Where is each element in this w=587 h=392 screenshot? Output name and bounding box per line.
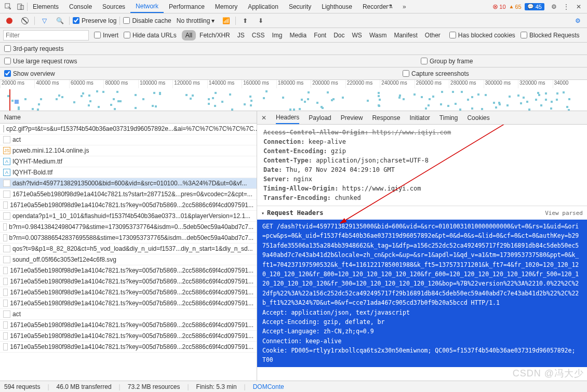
- response-header-line: Date: Thu, 07 Nov 2024 04:29:10 GMT: [263, 165, 581, 174]
- filter-bar: Invert Hide data URLs AllFetch/XHRJSCSSI…: [0, 28, 587, 43]
- group-by-frame-checkbox[interactable]: Group by frame: [421, 58, 473, 65]
- filter-input[interactable]: [3, 30, 89, 40]
- file-icon: A: [3, 169, 10, 176]
- throttling-select[interactable]: No throttling ▾: [175, 16, 217, 25]
- inspect-icon[interactable]: [2, 1, 15, 13]
- search-icon[interactable]: 🔍: [54, 15, 66, 27]
- request-row[interactable]: act: [0, 134, 257, 145]
- detail-tab-preview[interactable]: Preview: [341, 111, 363, 124]
- type-pill-img[interactable]: Img: [268, 30, 286, 40]
- capture-screenshots-checkbox[interactable]: Capture screenshots: [403, 70, 469, 77]
- request-row[interactable]: b?rn=0.0073886542837695588&stime=1730953…: [0, 233, 257, 244]
- settings-icon[interactable]: ⚙: [548, 1, 560, 13]
- third-party-checkbox[interactable]: 3rd-party requests: [4, 45, 63, 52]
- request-row[interactable]: JSpcweb.mini.12.104.online.js: [0, 145, 257, 156]
- warning-badge[interactable]: 65: [509, 4, 522, 10]
- file-icon: [3, 212, 10, 220]
- preserve-log-checkbox[interactable]: Preserve log: [73, 17, 116, 24]
- request-row[interactable]: AIQYHT-Medium.ttf: [0, 156, 257, 167]
- type-pill-wasm[interactable]: Wasm: [366, 30, 391, 40]
- tab-performance[interactable]: Performance: [164, 0, 210, 13]
- request-row[interactable]: 1671e0a55eb1980f98d9e1a4104c7821.ts?star…: [0, 189, 257, 200]
- disable-cache-checkbox[interactable]: Disable cache: [123, 17, 171, 24]
- issue-badges[interactable]: 10 65 45: [492, 3, 544, 10]
- request-row[interactable]: 1671e0a55eb1980f98d9e1a4104c7821.ts?key=…: [0, 298, 257, 309]
- request-row[interactable]: sound_off.05f66c3053ef12e4c6f8.svg: [0, 254, 257, 265]
- tab-memory[interactable]: Memory: [210, 0, 243, 13]
- request-row[interactable]: 1671e0a55eb1980f98d9e1a4104c7821.ts?key=…: [0, 342, 257, 353]
- network-conditions-icon[interactable]: 📶: [220, 15, 232, 27]
- request-row[interactable]: cp2.gif?p=t&t=s&u=f1537f4b540b36ae037319…: [0, 124, 257, 134]
- raw-request-text[interactable]: GET /dash?tvid=4597713829135000&bid=600&…: [257, 220, 587, 367]
- tab-network[interactable]: Network: [130, 0, 164, 13]
- request-name: act: [12, 310, 21, 318]
- type-pill-manifest[interactable]: Manifest: [390, 30, 421, 40]
- view-parsed-link[interactable]: View parsed: [545, 210, 583, 217]
- blocked-requests-checkbox[interactable]: Blocked Requests: [521, 32, 580, 39]
- request-row[interactable]: 1671e0a55eb1980f98d9e1a4104c7821.ts?key=…: [0, 287, 257, 298]
- request-name: cp2.gif?p=t&t=s&u=f1537f4b540b36ae037319…: [6, 125, 257, 132]
- type-pill-doc[interactable]: Doc: [330, 30, 348, 40]
- type-pill-other[interactable]: Other: [421, 30, 444, 40]
- tab-security[interactable]: Security: [284, 0, 316, 13]
- request-row[interactable]: 1671e0a55eb1980f98d9e1a4104c7821.ts?key=…: [0, 265, 257, 276]
- has-blocked-cookies-checkbox[interactable]: Has blocked cookies: [449, 32, 515, 39]
- type-pill-all[interactable]: All: [182, 30, 196, 40]
- list-header-name[interactable]: Name: [0, 111, 257, 124]
- request-row[interactable]: 1671e0a55eb1980f98d9e1a4104c7821.ts?key=…: [0, 200, 257, 211]
- export-icon[interactable]: ⬇: [255, 15, 267, 27]
- close-detail-icon[interactable]: ✕: [259, 114, 269, 121]
- detail-body[interactable]: Access-Control-Allow-Origin: https://www…: [257, 125, 587, 381]
- status-requests: 594 requests: [4, 383, 40, 390]
- tab-application[interactable]: Application: [243, 0, 284, 13]
- request-name: 1671e0a55eb1980f98d9e1a4104c7821.ts?key=…: [10, 278, 254, 285]
- record-icon[interactable]: [3, 15, 16, 27]
- tab-recorder[interactable]: Recorder ⚗: [357, 0, 398, 13]
- file-icon: [3, 310, 10, 318]
- hide-data-urls-checkbox[interactable]: Hide data URLs: [124, 32, 177, 39]
- request-row[interactable]: 1671e0a55eb1980f98d9e1a4104c7821.ts?key=…: [0, 331, 257, 342]
- message-badge[interactable]: 45: [525, 3, 544, 10]
- tab-sources[interactable]: Sources: [97, 0, 130, 13]
- filter-toggle-icon[interactable]: ▽: [38, 15, 50, 27]
- request-row[interactable]: b?rn=0.9841384249804779&stime=1730953737…: [0, 222, 257, 233]
- request-row[interactable]: act: [0, 309, 257, 320]
- more-tabs-icon[interactable]: »: [398, 1, 410, 13]
- large-rows-checkbox[interactable]: Use large request rows: [4, 58, 77, 65]
- detail-tab-response[interactable]: Response: [372, 111, 400, 124]
- error-badge[interactable]: 10: [492, 3, 505, 10]
- request-name: qos?t=9&p1=8_82_820&ct=h5_vod_load&diy_n…: [12, 245, 253, 252]
- timeline-overview[interactable]: 20000 ms40000 ms60000 ms80000 ms100000 m…: [0, 80, 587, 111]
- show-overview-checkbox[interactable]: Show overview: [4, 70, 55, 77]
- detail-tab-timing[interactable]: Timing: [439, 111, 458, 124]
- tab-lighthouse[interactable]: Lighthouse: [316, 0, 357, 13]
- detail-tab-headers[interactable]: Headers: [276, 111, 299, 124]
- tab-console[interactable]: Console: [64, 0, 97, 13]
- request-row[interactable]: opendata?p1=1_10_101&flashuid=f1537f4b54…: [0, 211, 257, 222]
- detail-tab-initiator[interactable]: Initiator: [409, 111, 430, 124]
- import-icon[interactable]: ⬆: [239, 15, 251, 27]
- detail-tab-cookies[interactable]: Cookies: [467, 111, 489, 124]
- clear-icon[interactable]: [19, 15, 31, 27]
- type-pill-font[interactable]: Font: [310, 30, 330, 40]
- tab-elements[interactable]: Elements: [28, 0, 64, 13]
- detail-tab-payload[interactable]: Payload: [309, 111, 331, 124]
- type-pill-fetchxhr[interactable]: Fetch/XHR: [196, 30, 234, 40]
- more-icon[interactable]: ⋮: [560, 1, 572, 13]
- type-pill-media[interactable]: Media: [286, 30, 310, 40]
- request-headers-section[interactable]: Request Headers View parsed: [257, 206, 587, 220]
- device-toggle-icon[interactable]: [15, 1, 27, 13]
- settings-gear-icon[interactable]: ⚙: [571, 15, 584, 27]
- request-row[interactable]: AIQYHT-Bold.ttf: [0, 167, 257, 178]
- request-row[interactable]: 1671e0a55eb1980f98d9e1a4104c7821.ts?key=…: [0, 320, 257, 331]
- type-pill-css[interactable]: CSS: [248, 30, 269, 40]
- request-row[interactable]: dash?tvid=4597713829135000&bid=600&vid=&…: [0, 178, 257, 189]
- close-devtools-icon[interactable]: ✕: [572, 1, 585, 13]
- request-row[interactable]: qos?t=9&p1=8_82_820&ct=h5_vod_load&diy_n…: [0, 244, 257, 254]
- type-pill-ws[interactable]: WS: [349, 30, 366, 40]
- network-toolbar: ▽ 🔍 Preserve log Disable cache No thrott…: [0, 13, 587, 28]
- request-row[interactable]: 1671e0a55eb1980f98d9e1a4104c7821.ts?key=…: [0, 276, 257, 287]
- type-pill-js[interactable]: JS: [234, 30, 248, 40]
- response-header-line: Transfer-Encoding: chunked: [263, 193, 581, 202]
- invert-checkbox[interactable]: Invert: [94, 32, 118, 39]
